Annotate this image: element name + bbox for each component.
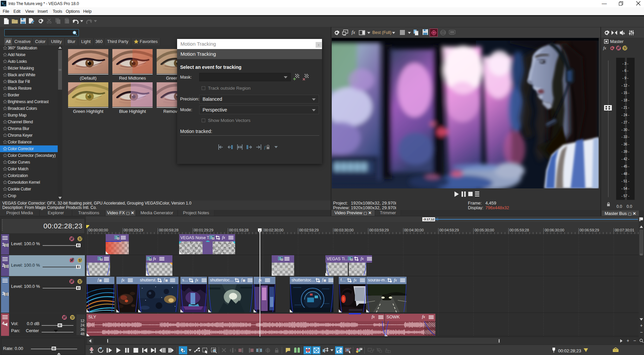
svg-text:00:02:30;00: 00:02:30;00 [264,228,283,232]
svg-text:!: ! [81,258,82,262]
svg-text:00:00:59;28: 00:00:59;28 [159,228,178,232]
svg-text:!: ! [73,315,74,319]
svg-text:00:06:59;29: 00:06:59;29 [580,228,599,232]
svg-text:360: 360 [441,32,445,34]
svg-text:00:04:30;00: 00:04:30;00 [404,228,424,232]
svg-text:!: ! [626,46,627,50]
svg-text:!: ! [81,279,82,283]
svg-text:00:01:59;28: 00:01:59;28 [229,228,249,232]
svg-text:18: 18 [3,4,6,6]
svg-text:00:04:59;29: 00:04:59;29 [439,228,459,232]
svg-text:00:03:59;29: 00:03:59;29 [369,228,389,232]
svg-text:00:05:59;28: 00:05:59;28 [509,228,529,232]
svg-text:00:02:59;29: 00:02:59;29 [299,228,319,232]
svg-text:f: f [264,145,266,150]
svg-text:00:03:30;00: 00:03:30;00 [334,228,354,232]
svg-text:00:05:30;00: 00:05:30;00 [475,228,494,232]
svg-text:00:00:00;00: 00:00:00;00 [89,228,108,232]
svg-text:00:06:30;00: 00:06:30;00 [545,228,564,232]
svg-text:00:01:29;29: 00:01:29;29 [194,228,213,232]
svg-text:00:07:30;01: 00:07:30;01 [615,228,634,232]
svg-text:00:00:29;29: 00:00:29;29 [124,228,143,232]
svg-text:!: ! [81,237,82,240]
svg-text:HDR: HDR [450,33,454,35]
